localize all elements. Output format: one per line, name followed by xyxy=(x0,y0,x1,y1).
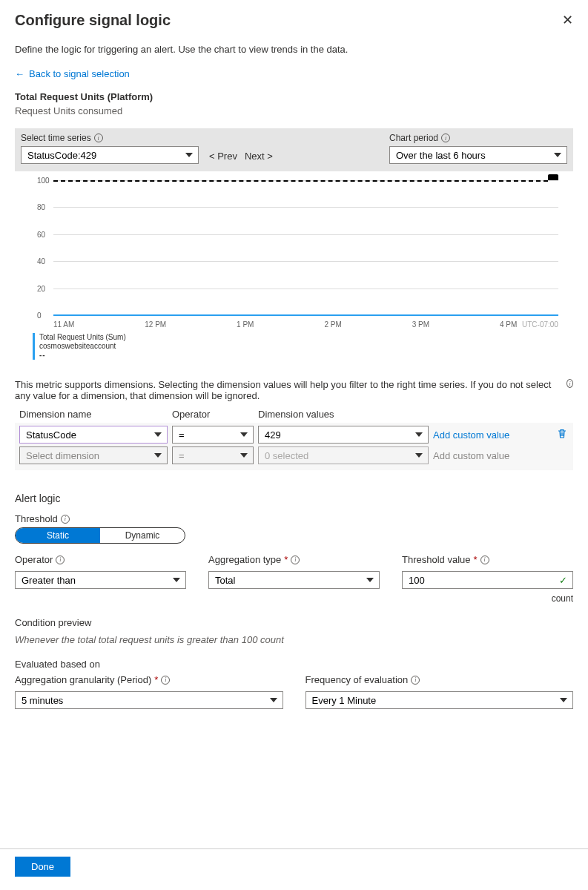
prev-button[interactable]: < Prev xyxy=(209,151,237,162)
info-icon[interactable]: i xyxy=(441,134,450,142)
time-series-select[interactable]: StatusCode:429 xyxy=(21,146,199,164)
delete-dimension-button[interactable] xyxy=(556,428,578,442)
alert-logic-heading: Alert logic xyxy=(15,492,573,504)
threshold-toggle[interactable]: Static Dynamic xyxy=(15,527,185,544)
signal-title: Total Request Units (Platform) xyxy=(15,91,573,102)
condition-preview-heading: Condition preview xyxy=(15,617,573,628)
threshold-value-input[interactable] xyxy=(402,571,573,589)
close-icon[interactable]: ✕ xyxy=(562,12,573,28)
aggregation-granularity-select[interactable]: 5 minutes xyxy=(15,691,283,709)
aggregation-granularity-label: Aggregation granularity (Period) xyxy=(15,674,151,685)
page-title: Configure signal logic xyxy=(15,12,171,29)
dimension-operator-select[interactable]: = xyxy=(172,426,254,444)
operator-select[interactable]: Greater than xyxy=(15,571,186,589)
aggregation-type-label: Aggregation type xyxy=(208,554,281,565)
arrow-left-icon: ← xyxy=(15,68,24,79)
chart-period-label: Chart period xyxy=(389,133,438,143)
threshold-label: Threshold xyxy=(15,513,58,524)
aggregation-type-select[interactable]: Total xyxy=(208,571,380,589)
dim-header-name: Dimension name xyxy=(19,409,168,420)
dimension-value-select[interactable]: 0 selected xyxy=(258,446,429,464)
threshold-static-option[interactable]: Static xyxy=(16,528,100,543)
frequency-select[interactable]: Every 1 Minute xyxy=(305,691,574,709)
dimension-operator-select[interactable]: = xyxy=(172,446,254,464)
threshold-dynamic-option[interactable]: Dynamic xyxy=(100,528,185,543)
condition-preview-text: Whenever the total total request units i… xyxy=(15,634,573,645)
next-button[interactable]: Next > xyxy=(245,151,273,162)
threshold-unit: count xyxy=(402,593,573,604)
info-icon[interactable]: i xyxy=(56,556,65,564)
dimension-name-select[interactable]: StatusCode xyxy=(19,426,168,444)
dim-header-operator: Operator xyxy=(172,409,254,420)
page-description: Define the logic for triggering an alert… xyxy=(15,44,573,55)
evaluated-based-on-heading: Evaluated based on xyxy=(15,659,573,670)
add-custom-value-link[interactable]: Add custom value xyxy=(433,429,552,441)
chart-period-select[interactable]: Over the last 6 hours xyxy=(389,146,567,164)
info-icon[interactable]: i xyxy=(61,515,70,524)
info-icon[interactable]: i xyxy=(291,556,300,564)
signal-subtitle: Request Units consumed xyxy=(15,105,573,116)
operator-label: Operator xyxy=(15,554,53,565)
threshold-value-label: Threshold value xyxy=(402,554,471,565)
info-icon[interactable]: i xyxy=(480,556,489,564)
dimension-name-select[interactable]: Select dimension xyxy=(19,446,168,464)
done-button[interactable]: Done xyxy=(15,857,70,877)
dim-header-values: Dimension values xyxy=(258,409,429,420)
info-icon[interactable]: i xyxy=(94,134,103,142)
dimension-value-select[interactable]: 429 xyxy=(258,426,429,444)
trash-icon xyxy=(556,428,568,440)
time-series-label: Select time series xyxy=(21,133,91,143)
info-icon[interactable]: i xyxy=(566,379,573,388)
info-icon[interactable]: i xyxy=(161,676,170,685)
info-icon[interactable]: i xyxy=(411,676,420,685)
add-custom-value-link: Add custom value xyxy=(433,450,552,461)
frequency-label: Frequency of evaluation xyxy=(305,674,409,685)
chart-legend: Total Request Units (Sum) cosmoswebsitea… xyxy=(33,333,566,360)
dimensions-note: This metric supports dimensions. Selecti… xyxy=(15,379,564,401)
back-link[interactable]: ← Back to signal selection xyxy=(15,68,130,79)
metric-chart: 020406080100 11 AM12 PM1 PM2 PM3 PM4 PM … xyxy=(33,180,566,329)
